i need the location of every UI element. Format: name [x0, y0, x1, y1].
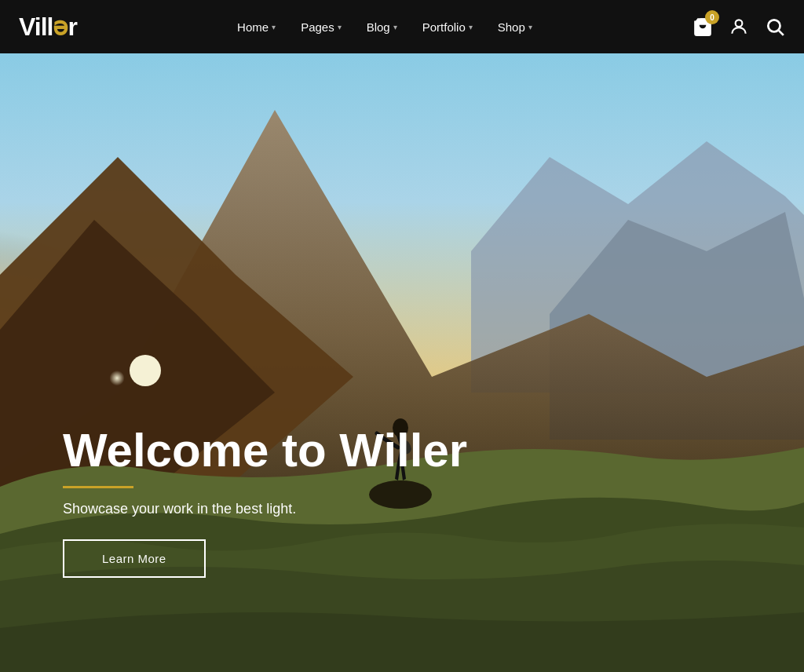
hero-section: Welcome to Willer Showcase your work in … [0, 0, 804, 672]
hero-title: Welcome to Willer [63, 425, 467, 477]
hero-divider [63, 486, 133, 488]
nav-label-home: Home [237, 20, 269, 34]
nav-link-blog[interactable]: Blog ▾ [367, 20, 397, 34]
hero-content: Welcome to Willer Showcase your work in … [63, 425, 467, 578]
nav-item-shop[interactable]: Shop ▾ [498, 20, 532, 34]
nav-icons: 0 [693, 16, 785, 37]
nav-item-home[interactable]: Home ▾ [237, 20, 276, 34]
nav-link-shop[interactable]: Shop ▾ [498, 20, 532, 34]
learn-more-button[interactable]: Learn More [63, 539, 206, 578]
nav-label-blog: Blog [367, 20, 390, 34]
svg-point-1 [768, 20, 780, 31]
svg-point-0 [736, 20, 743, 27]
chevron-down-icon: ▾ [469, 23, 473, 31]
chevron-down-icon: ▾ [528, 23, 532, 31]
svg-line-2 [779, 31, 784, 35]
chevron-down-icon: ▾ [393, 23, 397, 31]
chevron-down-icon: ▾ [272, 23, 276, 31]
svg-point-11 [130, 355, 161, 386]
nav-item-portfolio[interactable]: Portfolio ▾ [422, 20, 473, 34]
chevron-down-icon: ▾ [338, 23, 342, 31]
logo[interactable]: Villər [19, 12, 77, 42]
search-icon [765, 16, 785, 37]
nav-item-pages[interactable]: Pages ▾ [301, 20, 342, 34]
cart-wrapper: 0 [693, 16, 713, 37]
cart-badge: 0 [705, 10, 719, 24]
nav-label-pages: Pages [301, 20, 334, 34]
nav-link-portfolio[interactable]: Portfolio ▾ [422, 20, 473, 34]
nav-item-blog[interactable]: Blog ▾ [367, 20, 397, 34]
nav-link-pages[interactable]: Pages ▾ [301, 20, 342, 34]
search-button[interactable] [765, 16, 785, 37]
account-button[interactable] [729, 16, 749, 37]
navbar: Villər Home ▾ Pages ▾ Blog ▾ Portfolio ▾ [0, 0, 804, 53]
hero-subtitle: Showcase your work in the best light. [63, 501, 467, 517]
nav-label-shop: Shop [498, 20, 525, 34]
nav-link-home[interactable]: Home ▾ [237, 20, 276, 34]
nav-label-portfolio: Portfolio [422, 20, 466, 34]
logo-accent: ə [53, 13, 68, 41]
nav-links: Home ▾ Pages ▾ Blog ▾ Portfolio ▾ Shop [237, 20, 532, 34]
account-icon [729, 16, 749, 37]
